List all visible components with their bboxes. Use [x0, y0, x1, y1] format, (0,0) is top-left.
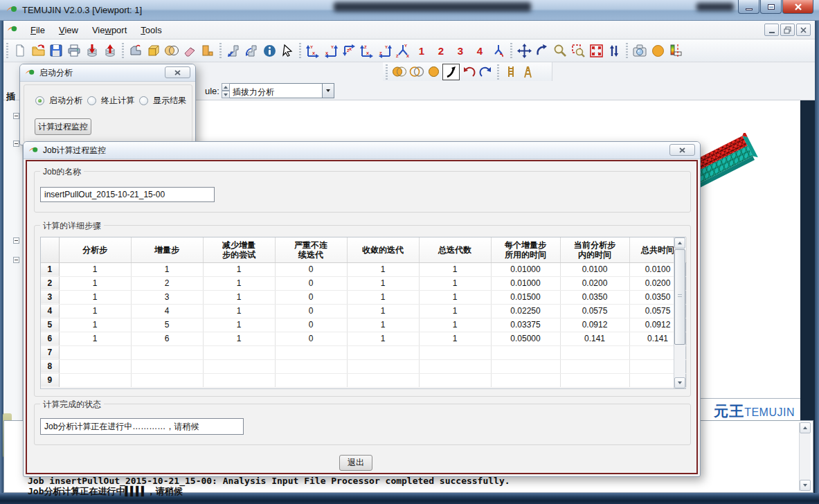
view-right-button[interactable]: ZY	[376, 42, 394, 60]
view-iso-button[interactable]: YXZ	[394, 42, 412, 60]
shaded-overlap-circles-button[interactable]	[390, 64, 408, 80]
table-row[interactable]: 9	[41, 373, 686, 387]
job-dialog-titlebar[interactable]: Job计算过程监控	[24, 142, 700, 159]
table-row[interactable]: 51510110.033750.09120.0912	[41, 318, 686, 332]
row-header[interactable]: 8	[41, 359, 59, 373]
column-header[interactable]: 每个增量步 所用的时间	[491, 237, 560, 262]
boolean-circles-button[interactable]	[163, 42, 181, 60]
toolbar-grip[interactable]	[510, 43, 513, 58]
mdi-restore-button[interactable]	[780, 24, 795, 36]
eraser-button[interactable]	[181, 42, 199, 60]
scroll-down-button[interactable]	[674, 377, 685, 388]
toolbar-grip[interactable]	[625, 43, 629, 58]
undo-button[interactable]	[460, 64, 477, 80]
view-front-button[interactable]: YX	[304, 42, 322, 60]
row-header[interactable]: 7	[41, 345, 59, 359]
column-header[interactable]: 严重不连 续迭代	[275, 237, 347, 262]
column-header[interactable]: 当前分析步 内的时间	[560, 237, 629, 262]
menu-view[interactable]: View	[52, 22, 85, 38]
info-button[interactable]	[260, 42, 278, 60]
viewport-3-button[interactable]: 3	[451, 45, 470, 57]
save-button[interactable]	[47, 42, 65, 60]
table-row[interactable]: 8	[41, 359, 686, 373]
table-row[interactable]: 31310110.015000.03500.0350	[41, 290, 686, 304]
filled-circle-button[interactable]	[425, 64, 442, 80]
start-dialog-close-button[interactable]	[165, 66, 190, 78]
title-bar[interactable]: TEMUJIN V2.0.3 [Viewport: 1]	[0, 0, 819, 21]
status-field[interactable]: Job分析计算正在进行中…………，请稍候	[40, 418, 244, 435]
row-header[interactable]: 2	[41, 276, 59, 290]
scroll-down-button[interactable]	[800, 480, 811, 491]
scroll-up-button[interactable]	[800, 422, 811, 433]
menu-file[interactable]: File	[24, 22, 52, 38]
toolbar-grip[interactable]	[496, 64, 500, 80]
column-header[interactable]: 分析步	[59, 237, 131, 262]
column-header[interactable]: 增量步	[131, 237, 203, 262]
open-file-button[interactable]	[29, 42, 47, 60]
radio-stop-calculation[interactable]	[87, 96, 96, 105]
solid-box-button[interactable]	[145, 42, 163, 60]
column-header[interactable]: 收敛的迭代	[347, 237, 419, 262]
table-scrollbar[interactable]	[674, 237, 685, 388]
new-file-button[interactable]	[11, 42, 29, 60]
radio-start-analysis[interactable]	[35, 96, 44, 105]
pan-button[interactable]	[515, 42, 533, 60]
radio-show-results[interactable]	[139, 96, 148, 105]
row-header[interactable]: 6	[41, 332, 59, 345]
tree-expander[interactable]	[13, 237, 19, 244]
table-row[interactable]: 7	[41, 345, 686, 359]
view-back-button[interactable]: XY	[322, 42, 340, 60]
scrollbar-thumb[interactable]	[674, 249, 685, 345]
pick-arrow-button[interactable]	[442, 64, 460, 80]
rotate-measure-button[interactable]	[242, 42, 260, 60]
outline-overlap-circles-button[interactable]	[408, 64, 425, 80]
translate-measure-button[interactable]	[224, 42, 242, 60]
job-name-field[interactable]: insertPullOut_2015-10-21_15-00	[40, 187, 215, 202]
tree-expander[interactable]	[13, 141, 19, 147]
viewport-1-button[interactable]: 1	[412, 45, 431, 57]
tree-expander[interactable]	[13, 257, 19, 263]
tree-expander[interactable]	[13, 113, 19, 119]
toolbar-grip[interactable]	[121, 43, 125, 58]
pattern-blocks-button[interactable]	[199, 42, 217, 60]
module-spinner[interactable]	[222, 83, 230, 98]
menu-tools[interactable]: Tools	[134, 22, 168, 38]
scroll-up-button[interactable]	[674, 237, 685, 249]
monitor-process-button[interactable]: 计算过程监控	[35, 118, 91, 135]
toolbar-grip[interactable]	[385, 64, 388, 80]
view-left-button[interactable]: ZX	[358, 42, 376, 60]
color-legend-button[interactable]	[667, 42, 685, 60]
table-row[interactable]: 21210110.010000.02000.0200	[41, 276, 686, 290]
mdi-close-button[interactable]	[796, 24, 811, 36]
zoom-window-button[interactable]	[569, 42, 587, 60]
minimize-button[interactable]	[738, 0, 759, 14]
table-row[interactable]: 41410110.022500.05750.0575	[41, 304, 686, 318]
column-header[interactable]: 总迭代数	[419, 237, 491, 262]
render-shaded-button[interactable]	[649, 42, 667, 60]
maximize-button[interactable]	[760, 0, 782, 14]
rotate-view-button[interactable]	[533, 42, 551, 60]
ladder-button[interactable]	[502, 64, 519, 80]
console-scrollbar[interactable]	[799, 422, 811, 491]
mdi-minimize-button[interactable]	[764, 24, 779, 36]
viewport-4-button[interactable]: 4	[470, 45, 489, 57]
row-header[interactable]: 4	[41, 304, 59, 318]
create-part-button[interactable]	[127, 42, 145, 60]
table-row[interactable]: 11110110.010000.01000.0100	[41, 262, 686, 276]
toolbar-grip[interactable]	[6, 43, 9, 58]
spin-up-button[interactable]	[222, 83, 230, 91]
toolbar-grip[interactable]	[219, 43, 222, 58]
view-top-button[interactable]: ZX	[340, 42, 358, 60]
export-job-button[interactable]	[101, 42, 119, 60]
select-cursor-button[interactable]	[278, 42, 296, 60]
module-dropdown-button[interactable]	[323, 83, 334, 98]
zoom-button[interactable]	[551, 42, 569, 60]
menu-viewport[interactable]: Viewport	[85, 22, 134, 38]
start-dialog-titlebar[interactable]: 启动分析	[20, 64, 195, 82]
print-button[interactable]	[65, 42, 83, 60]
zoom-fit-button[interactable]	[587, 42, 605, 60]
column-header[interactable]: 减少增量 步的尝试	[203, 237, 275, 262]
row-header[interactable]: 3	[41, 290, 59, 304]
job-dialog-close-button[interactable]	[669, 144, 695, 156]
close-button[interactable]	[782, 0, 813, 14]
